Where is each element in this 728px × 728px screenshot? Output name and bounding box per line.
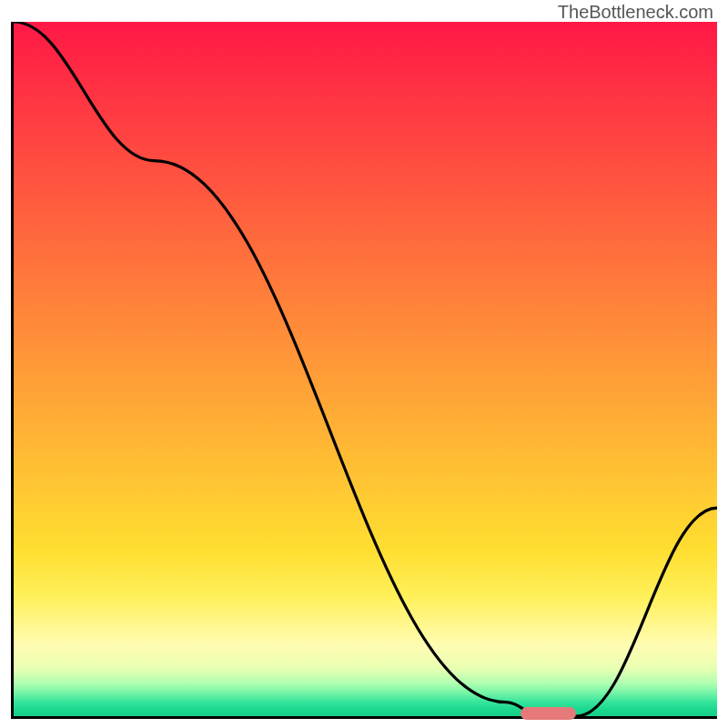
chart-gradient-background — [14, 22, 717, 716]
optimal-range-marker — [521, 707, 577, 720]
chart-axes-frame — [11, 22, 717, 719]
watermark-text: TheBottleneck.com — [558, 2, 713, 23]
